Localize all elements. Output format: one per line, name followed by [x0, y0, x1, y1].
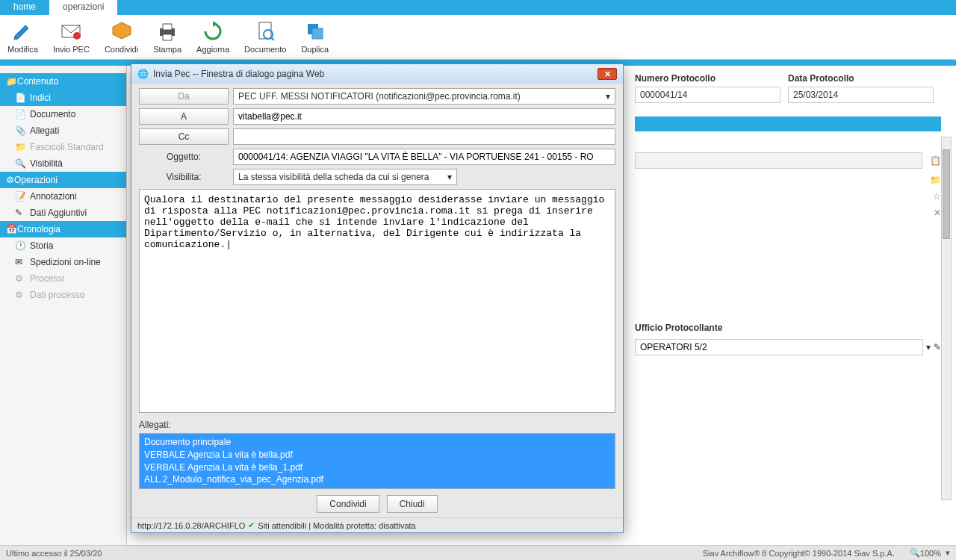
- sidebar-spedizioni[interactable]: ✉Spedizioni on-line: [0, 254, 126, 270]
- allegato-item[interactable]: VERBALE Agenzia La vita è bella.pdf: [144, 449, 610, 461]
- dialog-title: Invia Pec -- Finestra di dialogo pagina …: [153, 69, 324, 79]
- sidebar-allegati[interactable]: 📎Allegati: [0, 122, 126, 139]
- visibilita-select[interactable]: La stessa visibilità della scheda da cui…: [233, 169, 457, 185]
- folder-icon[interactable]: 📁: [930, 175, 941, 185]
- visibilita-label: Visibilita:: [139, 172, 229, 182]
- tool-documento[interactable]: Documento: [244, 18, 286, 56]
- printer-icon: [153, 18, 181, 45]
- top-tabs: home operazioni: [0, 0, 956, 15]
- sidebar-processi: ⚙Processi: [0, 270, 126, 287]
- da-select[interactable]: PEC UFF. MESSI NOTIFICATORI (notificazio…: [233, 88, 615, 105]
- tab-home[interactable]: home: [0, 0, 49, 15]
- scrollbar[interactable]: [941, 137, 952, 500]
- zoom-icon: 🔍: [910, 548, 920, 558]
- allegato-item[interactable]: VERBALE Agenzia La vita è bella_1.pdf: [144, 461, 610, 474]
- tool-modifica[interactable]: Modifica: [7, 18, 38, 56]
- blue-band: [635, 116, 941, 131]
- generic-field-1[interactable]: [635, 152, 922, 169]
- sidebar-indici[interactable]: 📄Indici: [0, 90, 126, 106]
- tab-operazioni[interactable]: operazioni: [49, 0, 117, 15]
- dialog-status-url: http://172.16.0.28/ARCHIFLO: [137, 521, 245, 530]
- sidebar-dati-processo: ⚙Dati processo: [0, 287, 126, 303]
- chevron-down-icon[interactable]: ▾: [946, 548, 950, 558]
- section-contenuto[interactable]: 📁Contenuto: [0, 73, 126, 90]
- data-protocollo-value: 25/03/2014: [788, 87, 934, 103]
- a-button[interactable]: A: [139, 108, 229, 125]
- allegati-list[interactable]: Documento principale VERBALE Agenzia La …: [139, 433, 615, 489]
- numero-protocollo-value: 0000041/14: [635, 87, 780, 103]
- svg-rect-4: [163, 34, 172, 40]
- oggetto-input[interactable]: [233, 149, 615, 165]
- pencil-icon: [7, 18, 38, 45]
- ie-icon: 🌐: [137, 69, 149, 79]
- star-icon[interactable]: ☆: [933, 191, 941, 202]
- svg-point-1: [73, 32, 81, 40]
- chiudi-button[interactable]: Chiudi: [387, 495, 438, 513]
- status-right: Siav Archiflow® 8 Copyright© 1990-2014 S…: [703, 549, 895, 558]
- tool-stampa[interactable]: Stampa: [153, 18, 181, 56]
- cc-button[interactable]: Cc: [139, 128, 229, 145]
- tool-condividi[interactable]: Condividi: [105, 18, 138, 56]
- chevron-down-icon: ▾: [606, 91, 610, 102]
- sidebar-annotazioni[interactable]: 📝Annotazioni: [0, 188, 126, 205]
- oggetto-label: Oggetto:: [139, 152, 229, 162]
- copy-icon[interactable]: 📋: [930, 155, 941, 166]
- sidebar-documento[interactable]: 📄Documento: [0, 106, 126, 122]
- status-left: Ultimo accesso il 25/03/20: [6, 549, 102, 558]
- statusbar: Ultimo accesso il 25/03/20 Siav Archiflo…: [0, 545, 956, 560]
- sidebar-visibilita[interactable]: 🔍Visibilità: [0, 155, 126, 172]
- edit-icon[interactable]: ✎: [934, 342, 941, 352]
- tool-duplica[interactable]: Duplica: [301, 18, 329, 56]
- allegati-label: Allegati:: [139, 420, 615, 430]
- svg-rect-8: [312, 28, 323, 39]
- close-button[interactable]: ✕: [598, 68, 617, 80]
- numero-protocollo-label: Numero Protocollo: [635, 73, 780, 84]
- section-cronologia[interactable]: 📅Cronologia: [0, 221, 126, 237]
- ufficio-field[interactable]: [635, 339, 923, 355]
- dialog-statusbar: http://172.16.0.28/ARCHIFLO ✔ Siti atten…: [131, 517, 623, 532]
- tool-aggiorna[interactable]: Aggiorna: [196, 18, 229, 56]
- chevron-down-icon: ▾: [447, 172, 452, 182]
- scrollbar-thumb[interactable]: [943, 149, 950, 239]
- invia-pec-dialog: 🌐 Invia Pec -- Finestra di dialogo pagin…: [131, 63, 624, 533]
- sidebar-dati-aggiuntivi[interactable]: ✎Dati Aggiuntivi: [0, 205, 126, 221]
- toolbar: Modifica Invio PEC Condividi Stampa Aggi…: [0, 15, 956, 60]
- document-icon: [244, 18, 286, 45]
- da-button: Da: [139, 88, 229, 105]
- dialog-status-text: Siti attendibili | Modalità protetta: di…: [258, 521, 415, 530]
- sidebar-fascicoli: 📁Fascicoli Standard: [0, 139, 126, 155]
- close-icon[interactable]: ✕: [934, 208, 941, 218]
- svg-rect-3: [163, 24, 172, 30]
- sidebar-storia[interactable]: 🕐Storia: [0, 237, 126, 254]
- share-icon: [105, 18, 138, 45]
- a-input[interactable]: [233, 108, 615, 125]
- sidebar: 📁Contenuto 📄Indici 📄Documento 📎Allegati …: [0, 66, 127, 545]
- tool-invio-pec[interactable]: Invio PEC: [53, 18, 90, 56]
- duplicate-icon: [301, 18, 329, 45]
- envelope-icon: [53, 18, 90, 45]
- zoom-control[interactable]: 🔍 100% ▾: [910, 548, 950, 558]
- cc-input[interactable]: [233, 128, 615, 145]
- refresh-icon: [196, 18, 229, 45]
- chevron-down-icon[interactable]: ▾: [926, 342, 931, 352]
- allegato-item[interactable]: Documento principale: [144, 436, 610, 449]
- section-operazioni[interactable]: ⚙Operazioni: [0, 172, 126, 188]
- allegato-item[interactable]: ALL.2_Modulo_notifica_via_pec_Agenzia.pd…: [144, 473, 610, 486]
- ufficio-label: Ufficio Protocollante: [635, 323, 941, 333]
- data-protocollo-label: Data Protocollo: [788, 73, 934, 84]
- dialog-titlebar[interactable]: 🌐 Invia Pec -- Finestra di dialogo pagin…: [131, 64, 623, 84]
- check-icon: ✔: [248, 520, 255, 530]
- condividi-button[interactable]: Condividi: [317, 495, 379, 513]
- message-body[interactable]: Qualora il destinatario del presente mes…: [139, 189, 615, 413]
